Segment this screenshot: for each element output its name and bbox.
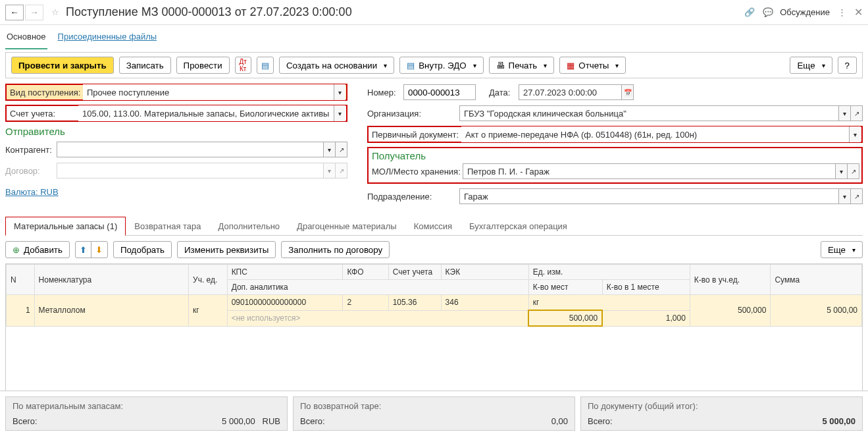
close-icon[interactable]: ✕ bbox=[854, 6, 863, 18]
pick-button[interactable]: Подобрать bbox=[113, 241, 172, 258]
header-more-icon[interactable]: ⋮ bbox=[838, 7, 846, 17]
col-nom[interactable]: Номенклатура bbox=[34, 265, 188, 295]
account-value[interactable]: 105.00, 113.00. Материальные запасы, Био… bbox=[78, 109, 334, 119]
doc-icon: ▤ bbox=[261, 61, 269, 70]
counterparty-open-icon[interactable]: ↗ bbox=[335, 142, 347, 157]
post-button[interactable]: Провести bbox=[176, 57, 230, 74]
col-acct[interactable]: Счет учета bbox=[388, 265, 441, 280]
reports-icon: ▦ bbox=[567, 61, 574, 70]
tab-commission[interactable]: Комиссия bbox=[405, 217, 461, 236]
kind-value[interactable]: Прочее поступление bbox=[83, 88, 334, 97]
number-label: Номер: bbox=[367, 88, 403, 97]
col-kfo[interactable]: КФО bbox=[343, 265, 388, 280]
col-kvo1mest[interactable]: К-во в 1 месте bbox=[602, 280, 690, 295]
print-button[interactable]: 🖶Печать▾ bbox=[489, 57, 555, 74]
edo-icon: ▤ bbox=[407, 61, 415, 70]
create-based-button[interactable]: Создать на основании▾ bbox=[279, 57, 394, 74]
cell-acct[interactable]: 105.36 bbox=[388, 295, 441, 311]
tab-tare[interactable]: Возвратная тара bbox=[126, 217, 209, 236]
mol-value[interactable]: Петров П. И. - Гараж bbox=[463, 167, 835, 177]
footer-tare: По возвратной таре: Всего:0,00 bbox=[293, 396, 575, 431]
col-kvouch[interactable]: К-во в уч.ед. bbox=[690, 265, 771, 295]
tab-extra[interactable]: Дополнительно bbox=[210, 217, 289, 236]
mol-label: МОЛ/Место хранения: bbox=[370, 167, 463, 177]
cell-uched[interactable]: кг bbox=[189, 295, 228, 327]
add-row-button[interactable]: ⊕Добавить bbox=[5, 241, 70, 258]
org-dropdown-icon[interactable]: ▾ bbox=[838, 106, 850, 121]
nav-forward-button[interactable]: → bbox=[25, 5, 43, 20]
materials-grid[interactable]: N Номенклатура Уч. ед. КПС КФО Счет учет… bbox=[6, 264, 862, 327]
org-open-icon[interactable]: ↗ bbox=[850, 106, 862, 121]
cell-kvouch[interactable]: 500,000 bbox=[690, 295, 771, 327]
calendar-icon[interactable]: 📅 bbox=[621, 85, 633, 99]
dtkt-button[interactable]: ДтКт bbox=[235, 57, 251, 74]
cell-kek[interactable]: 346 bbox=[441, 295, 528, 311]
cell-nom[interactable]: Металлолом bbox=[34, 295, 188, 327]
mol-dropdown-icon[interactable]: ▾ bbox=[835, 164, 847, 178]
org-label: Организация: bbox=[367, 109, 459, 119]
move-down-button[interactable]: ⬇ bbox=[91, 242, 107, 258]
col-kek[interactable]: КЭК bbox=[441, 265, 528, 280]
edit-req-button[interactable]: Изменить реквизиты bbox=[177, 241, 276, 258]
dtkt-icon: ДтКт bbox=[240, 58, 247, 72]
edo-button[interactable]: ▤Внутр. ЭДО▾ bbox=[399, 57, 483, 74]
move-up-button[interactable]: ⬆ bbox=[76, 242, 91, 258]
dept-dropdown-icon[interactable]: ▾ bbox=[838, 189, 850, 204]
date-input[interactable]: 27.07.2023 0:00:00 bbox=[519, 88, 621, 97]
more-button[interactable]: Еще▾ bbox=[790, 57, 832, 74]
col-kvomest[interactable]: К-во мест bbox=[528, 280, 602, 295]
post-close-button[interactable]: Провести и закрыть bbox=[11, 57, 114, 74]
dept-open-icon[interactable]: ↗ bbox=[850, 189, 862, 204]
tab-materials[interactable]: Материальные запасы (1) bbox=[5, 217, 126, 236]
cell-summa[interactable]: 5 000,00 bbox=[771, 295, 862, 327]
link-icon[interactable]: 🔗 bbox=[743, 6, 756, 19]
contract-open-icon: ↗ bbox=[335, 163, 347, 178]
col-n[interactable]: N bbox=[7, 265, 35, 295]
discussion-icon[interactable]: 💬 bbox=[761, 6, 775, 19]
cell-dop[interactable]: <не используется> bbox=[227, 310, 528, 326]
kind-label: Вид поступления: bbox=[7, 88, 83, 97]
cell-edizm[interactable]: кг bbox=[528, 295, 690, 311]
primary-doc-value[interactable]: Акт о приеме-передаче НФА (ф. 0510448) (… bbox=[461, 130, 849, 140]
cell-kvomest[interactable]: 500,000 bbox=[528, 310, 602, 326]
mol-open-icon[interactable]: ↗ bbox=[847, 164, 859, 178]
col-summa[interactable]: Сумма bbox=[771, 265, 862, 295]
col-uched[interactable]: Уч. ед. bbox=[189, 265, 228, 295]
favorite-star-icon[interactable]: ☆ bbox=[49, 6, 62, 19]
subtab-main[interactable]: Основное bbox=[5, 28, 47, 49]
cell-kfo[interactable]: 2 bbox=[343, 295, 388, 311]
cell-kps[interactable]: 09010000000000000 bbox=[227, 295, 343, 311]
discussion-link[interactable]: Обсуждение bbox=[780, 7, 830, 17]
tab-precious[interactable]: Драгоценные материалы bbox=[288, 217, 405, 236]
footer-materials: По материальным запасам: Всего:5 000,00 … bbox=[5, 396, 288, 431]
dept-value[interactable]: Гараж bbox=[460, 192, 838, 202]
grid-more-button[interactable]: Еще▾ bbox=[821, 241, 863, 258]
org-value[interactable]: ГБУЗ "Городская клиническая больница" bbox=[460, 109, 838, 119]
print-icon: 🖶 bbox=[496, 61, 505, 70]
fill-contract-button[interactable]: Заполнить по договору bbox=[281, 241, 390, 258]
currency-link[interactable]: Валюта: RUB bbox=[5, 187, 59, 197]
contract-dropdown-icon: ▾ bbox=[323, 163, 335, 178]
reports-button[interactable]: ▦Отчеты▾ bbox=[559, 57, 626, 74]
account-label: Счет учета: bbox=[7, 109, 78, 119]
col-kps[interactable]: КПС bbox=[227, 265, 343, 280]
col-dop[interactable]: Доп. аналитика bbox=[227, 280, 528, 295]
counterparty-label: Контрагент: bbox=[5, 145, 57, 155]
add-icon: ⊕ bbox=[13, 245, 20, 255]
footer-doc: По документу (общий итог): Всего:5 000,0… bbox=[580, 396, 863, 431]
counterparty-dropdown-icon[interactable]: ▾ bbox=[323, 142, 335, 157]
col-edizm[interactable]: Ед. изм. bbox=[528, 265, 690, 280]
save-button[interactable]: Записать bbox=[119, 57, 171, 74]
primary-doc-dropdown-icon[interactable]: ▾ bbox=[849, 126, 861, 142]
kind-dropdown-icon[interactable]: ▾ bbox=[334, 84, 345, 100]
doc-button[interactable]: ▤ bbox=[257, 57, 274, 74]
account-dropdown-icon[interactable]: ▾ bbox=[334, 105, 345, 121]
help-button[interactable]: ? bbox=[838, 57, 857, 74]
table-row[interactable]: 1 Металлолом кг 09010000000000000 2 105.… bbox=[7, 295, 862, 311]
tab-accounting[interactable]: Бухгалтерская операция bbox=[461, 217, 576, 236]
cell-kvo1mest[interactable]: 1,000 bbox=[602, 310, 690, 326]
nav-back-button[interactable]: ← bbox=[5, 5, 24, 20]
number-input[interactable] bbox=[403, 84, 476, 100]
cell-n[interactable]: 1 bbox=[7, 295, 35, 327]
subtab-files[interactable]: Присоединенные файлы bbox=[57, 28, 159, 49]
